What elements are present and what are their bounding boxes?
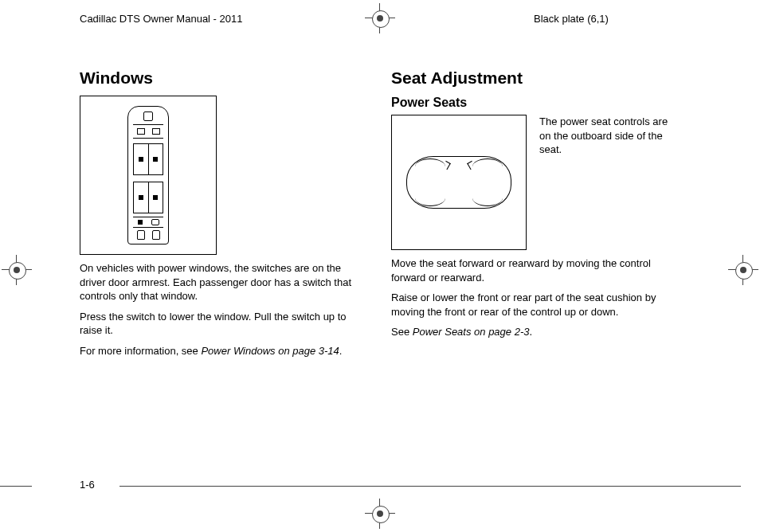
seat-para3-tail: . xyxy=(529,326,532,338)
registration-mark-top xyxy=(365,3,395,33)
windows-para3-lead: For more information, see xyxy=(80,345,201,357)
page-number: 1-6 xyxy=(80,479,95,491)
windows-paragraph-2: Press the switch to lower the window. Pu… xyxy=(80,310,369,338)
registration-mark-left xyxy=(2,255,32,285)
windows-paragraph-1: On vehicles with power windows, the swit… xyxy=(80,261,369,303)
crop-line xyxy=(119,486,741,487)
windows-para3-tail: . xyxy=(339,345,343,357)
seat-paragraph-1: Move the seat forward or rearward by mov… xyxy=(391,256,680,284)
seat-para3-lead: See xyxy=(391,326,413,338)
column-windows: Windows On vehicles with power windows, … xyxy=(80,64,369,364)
column-seat-adjustment: Seat Adjustment Power Seats The power se… xyxy=(391,64,680,364)
windows-cross-reference: Power Windows on page 3-14 xyxy=(201,345,339,357)
registration-mark-right xyxy=(728,255,758,285)
header-plate-label: Black plate (6,1) xyxy=(534,13,609,25)
seat-paragraph-2: Raise or lower the front or rear part of… xyxy=(391,291,680,319)
seat-heading: Seat Adjustment xyxy=(391,68,680,88)
seat-intro-paragraph: The power seat controls are on the outbo… xyxy=(539,115,680,157)
figure-window-switches xyxy=(80,96,217,255)
seat-paragraph-3: See Power Seats on page 2-3. xyxy=(391,325,680,339)
seat-subheading: Power Seats xyxy=(391,96,680,110)
crop-line xyxy=(0,486,32,487)
windows-heading: Windows xyxy=(80,68,369,88)
window-switch-panel-illustration xyxy=(127,106,169,244)
figure-power-seat-control xyxy=(391,115,527,250)
header-manual-title: Cadillac DTS Owner Manual - 2011 xyxy=(80,13,242,25)
seat-cross-reference: Power Seats on page 2-3 xyxy=(413,326,530,338)
registration-mark-bottom xyxy=(365,499,395,529)
page-body: Windows On vehicles with power windows, … xyxy=(80,64,680,468)
windows-paragraph-3: For more information, see Power Windows … xyxy=(80,344,369,358)
seat-control-illustration xyxy=(406,156,511,209)
